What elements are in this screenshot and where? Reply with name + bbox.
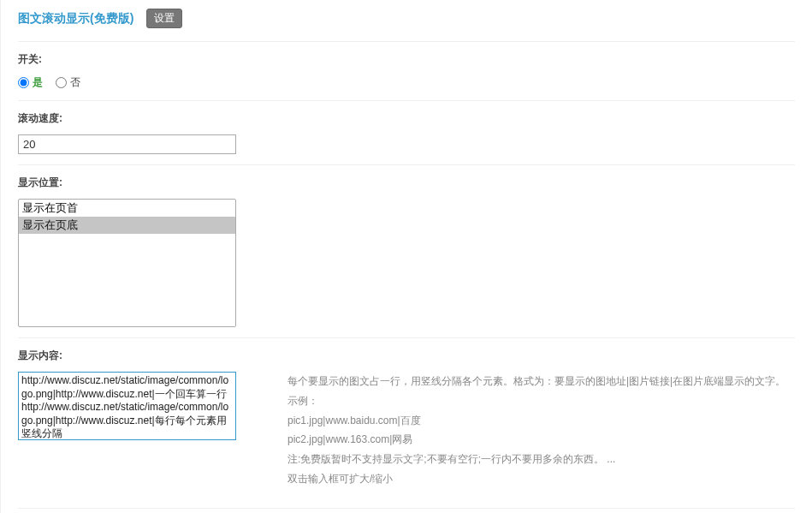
radio-no-input[interactable] — [56, 77, 67, 88]
radio-no-label: 否 — [70, 75, 80, 90]
position-label: 显示位置: — [18, 176, 795, 190]
help-line5: 注:免费版暂时不支持显示文字;不要有空行;一行内不要用多余的东西。 ... — [287, 450, 795, 469]
radio-no[interactable]: 否 — [56, 75, 80, 90]
switch-label: 开关: — [18, 52, 795, 67]
help-line4: pic2.jpg|www.163.com|网易 — [287, 430, 795, 450]
radio-yes[interactable]: 是 — [18, 75, 43, 90]
content-textarea[interactable] — [18, 372, 236, 440]
radio-yes-label: 是 — [33, 75, 43, 90]
settings-button[interactable]: 设置 — [146, 9, 182, 28]
position-select[interactable]: 显示在页首 显示在页底 — [18, 199, 236, 327]
position-option-bottom[interactable]: 显示在页底 — [19, 217, 235, 234]
page-title: 图文滚动显示(免费版) — [18, 11, 133, 27]
speed-input[interactable] — [18, 134, 236, 154]
position-option-top[interactable]: 显示在页首 — [19, 200, 235, 217]
content-label: 显示内容: — [18, 349, 795, 363]
radio-yes-input[interactable] — [18, 77, 29, 88]
help-line6: 双击输入框可扩大/缩小 — [287, 469, 795, 489]
content-help: 每个要显示的图文占一行，用竖线分隔各个元素。格式为：要显示的图地址|图片链接|在… — [287, 372, 795, 489]
help-line3: pic1.jpg|www.baidu.com|百度 — [287, 411, 795, 431]
speed-label: 滚动速度: — [18, 111, 795, 126]
help-line1: 每个要显示的图文占一行，用竖线分隔各个元素。格式为：要显示的图地址|图片链接|在… — [287, 372, 795, 391]
help-line2: 示例： — [287, 391, 795, 411]
